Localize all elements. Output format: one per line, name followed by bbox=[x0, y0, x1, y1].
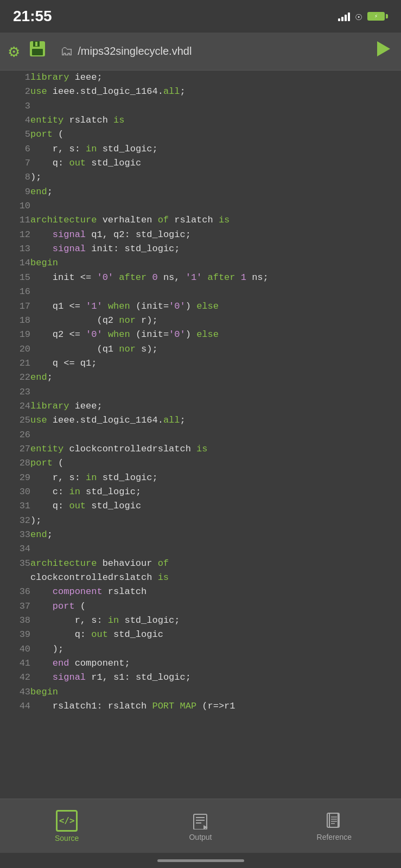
settings-icon[interactable]: ⚙ bbox=[9, 41, 19, 62]
line-content: clockcontrolledrslatch is bbox=[30, 571, 401, 585]
table-row: 15 init <= '0' after 0 ns, '1' after 1 n… bbox=[0, 271, 401, 285]
line-content: init <= '0' after 0 ns, '1' after 1 ns; bbox=[30, 271, 401, 285]
line-number: 7 bbox=[0, 156, 30, 170]
line-content: component rslatch bbox=[30, 585, 401, 599]
line-number: 3 bbox=[0, 99, 30, 113]
wifi-icon: ☉ bbox=[355, 10, 362, 23]
line-number: 36 bbox=[0, 585, 30, 599]
line-number: 44 bbox=[0, 699, 30, 713]
code-editor[interactable]: 1library ieee;2use ieee.std_logic_1164.a… bbox=[0, 71, 401, 799]
file-name: /mips32singlecycle.vhdl bbox=[78, 45, 192, 58]
line-content: r, s: in std_logic; bbox=[30, 471, 401, 485]
table-row: 25use ieee.std_logic_1164.all; bbox=[0, 413, 401, 427]
table-row: 44 rslatch1: rslatch PORT MAP (r=>r1 bbox=[0, 699, 401, 713]
line-content: signal r1, s1: std_logic; bbox=[30, 671, 401, 685]
line-content: q: out std_logic bbox=[30, 499, 401, 513]
line-number: 29 bbox=[0, 471, 30, 485]
table-row: 33end; bbox=[0, 528, 401, 542]
table-row: 42 signal r1, s1: std_logic; bbox=[0, 671, 401, 685]
line-number: 21 bbox=[0, 356, 30, 371]
line-content: library ieee; bbox=[30, 399, 401, 413]
table-row: 26 bbox=[0, 428, 401, 442]
line-number: 39 bbox=[0, 628, 30, 642]
reference-icon bbox=[324, 811, 344, 831]
line-number: 4 bbox=[0, 113, 30, 127]
line-number: 2 bbox=[0, 85, 30, 99]
table-row: 30 c: in std_logic; bbox=[0, 485, 401, 499]
status-bar: 21:55 ☉ ⚡ bbox=[0, 0, 401, 33]
table-row: 21 q <= q1; bbox=[0, 356, 401, 371]
table-row: 18 (q2 nor r); bbox=[0, 314, 401, 328]
home-indicator bbox=[0, 853, 401, 868]
table-row: 4entity rslatch is bbox=[0, 113, 401, 127]
save-icon[interactable] bbox=[28, 39, 47, 64]
table-row: 20 (q1 nor s); bbox=[0, 342, 401, 356]
line-number: 6 bbox=[0, 142, 30, 156]
table-row: 11architecture verhalten of rslatch is bbox=[0, 213, 401, 227]
table-row: 19 q2 <= '0' when (init='0') else bbox=[0, 328, 401, 342]
line-number: 18 bbox=[0, 314, 30, 328]
table-row: 27entity clockcontrolledrslatch is bbox=[0, 442, 401, 456]
line-number: 11 bbox=[0, 213, 30, 227]
line-number: 23 bbox=[0, 385, 30, 399]
line-number: 10 bbox=[0, 199, 30, 213]
tab-output[interactable]: Output bbox=[133, 799, 267, 853]
table-row: 5port ( bbox=[0, 127, 401, 142]
table-row: 6 r, s: in std_logic; bbox=[0, 142, 401, 156]
table-row: 22end; bbox=[0, 371, 401, 385]
line-content: end component; bbox=[30, 656, 401, 671]
table-row: 37 port ( bbox=[0, 599, 401, 614]
line-number: 41 bbox=[0, 656, 30, 671]
line-number: 31 bbox=[0, 499, 30, 513]
line-number: 13 bbox=[0, 242, 30, 256]
line-content: begin bbox=[30, 256, 401, 270]
table-row: 35architecture behaviour of bbox=[0, 557, 401, 571]
line-content bbox=[30, 285, 401, 299]
tab-output-label: Output bbox=[189, 833, 212, 841]
line-content: library ieee; bbox=[30, 71, 401, 85]
line-number: 16 bbox=[0, 285, 30, 299]
svg-rect-3 bbox=[32, 49, 43, 55]
line-number: 35 bbox=[0, 557, 30, 571]
folder-icon: 🗂 bbox=[60, 43, 73, 59]
line-content: end; bbox=[30, 185, 401, 199]
tab-reference-label: Reference bbox=[317, 833, 352, 841]
tab-reference[interactable]: Reference bbox=[268, 799, 401, 853]
line-content: use ieee.std_logic_1164.all; bbox=[30, 85, 401, 99]
tab-source[interactable]: </> Source bbox=[0, 799, 133, 853]
table-row: 7 q: out std_logic bbox=[0, 156, 401, 170]
line-number: 30 bbox=[0, 485, 30, 499]
line-content: r, s: in std_logic; bbox=[30, 614, 401, 628]
table-row: 13 signal init: std_logic; bbox=[0, 242, 401, 256]
output-icon bbox=[190, 811, 210, 831]
table-row: 16 bbox=[0, 285, 401, 299]
line-content: end; bbox=[30, 371, 401, 385]
code-table: 1library ieee;2use ieee.std_logic_1164.a… bbox=[0, 71, 401, 713]
line-number: 14 bbox=[0, 256, 30, 270]
line-content: entity clockcontrolledrslatch is bbox=[30, 442, 401, 456]
line-number bbox=[0, 571, 30, 585]
table-row: 3 bbox=[0, 99, 401, 113]
table-row: 14begin bbox=[0, 256, 401, 270]
line-number: 33 bbox=[0, 528, 30, 542]
line-number: 5 bbox=[0, 127, 30, 142]
line-content: (q1 nor s); bbox=[30, 342, 401, 356]
run-button[interactable] bbox=[373, 39, 392, 64]
line-content: q: out std_logic bbox=[30, 156, 401, 170]
line-content: rslatch1: rslatch PORT MAP (r=>r1 bbox=[30, 699, 401, 713]
tab-source-label: Source bbox=[55, 834, 79, 843]
line-number: 26 bbox=[0, 428, 30, 442]
line-content: r, s: in std_logic; bbox=[30, 142, 401, 156]
table-row: 32); bbox=[0, 514, 401, 528]
line-number: 12 bbox=[0, 228, 30, 242]
line-number: 43 bbox=[0, 685, 30, 699]
line-number: 27 bbox=[0, 442, 30, 456]
line-content bbox=[30, 428, 401, 442]
file-info: 🗂 /mips32singlecycle.vhdl bbox=[60, 43, 364, 59]
line-number: 8 bbox=[0, 170, 30, 184]
home-bar bbox=[157, 859, 244, 862]
line-content: (q2 nor r); bbox=[30, 314, 401, 328]
table-row: 34 bbox=[0, 542, 401, 556]
table-row: 28port ( bbox=[0, 456, 401, 470]
table-row: 41 end component; bbox=[0, 656, 401, 671]
